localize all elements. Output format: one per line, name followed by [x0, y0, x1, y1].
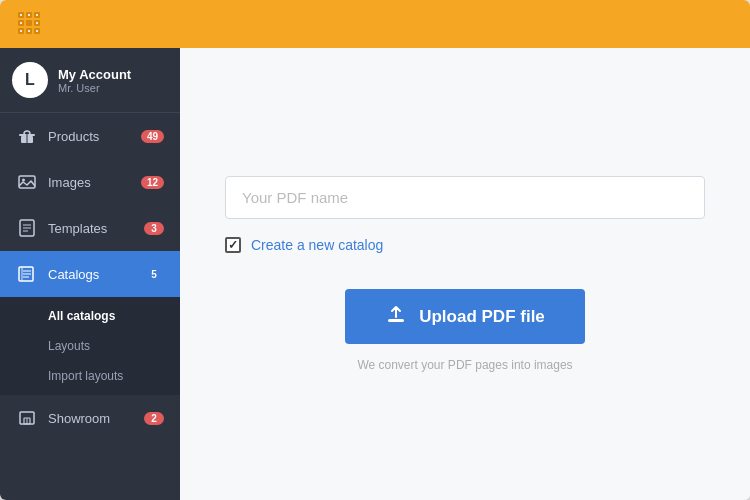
- upload-button-label: Upload PDF file: [419, 307, 545, 327]
- catalogs-submenu: All catalogs Layouts Import layouts: [0, 297, 180, 395]
- catalogs-badge: 5: [144, 268, 164, 281]
- svg-rect-35: [388, 319, 404, 322]
- images-badge: 12: [141, 176, 164, 189]
- submenu-layouts[interactable]: Layouts: [0, 331, 180, 361]
- account-name: My Account: [58, 67, 131, 82]
- checkmark-icon: ✓: [228, 238, 238, 252]
- pdf-name-input[interactable]: [225, 176, 705, 219]
- svg-rect-17: [36, 30, 38, 32]
- submenu-import-layouts[interactable]: Import layouts: [0, 361, 180, 391]
- sidebar-item-images[interactable]: Images 12: [0, 159, 180, 205]
- svg-rect-10: [20, 14, 22, 16]
- products-badge: 49: [141, 130, 164, 143]
- upload-icon: [385, 303, 407, 330]
- content-area: ✓ Create a new catalog Upload PDF file W…: [180, 48, 750, 500]
- svg-rect-12: [36, 14, 38, 16]
- titlebar: [0, 0, 750, 48]
- sidebar-item-templates[interactable]: Templates 3: [0, 205, 180, 251]
- create-catalog-row: ✓ Create a new catalog: [225, 237, 705, 253]
- svg-point-22: [22, 179, 25, 182]
- app-logo: [14, 8, 56, 40]
- upload-pdf-button[interactable]: Upload PDF file: [345, 289, 585, 344]
- products-icon: [16, 125, 38, 147]
- svg-rect-28: [21, 267, 23, 281]
- main-area: L My Account Mr. User Product: [0, 48, 750, 500]
- app-window: L My Account Mr. User Product: [0, 0, 750, 500]
- account-info: My Account Mr. User: [58, 67, 131, 94]
- showroom-icon: [16, 407, 38, 429]
- upload-hint: We convert your PDF pages into images: [357, 358, 572, 372]
- svg-rect-15: [20, 30, 22, 32]
- images-label: Images: [48, 175, 141, 190]
- svg-rect-16: [28, 30, 30, 32]
- svg-rect-5: [26, 20, 32, 26]
- submenu-all-catalogs[interactable]: All catalogs: [0, 301, 180, 331]
- sidebar-item-catalogs[interactable]: Catalogs 5: [0, 251, 180, 297]
- sidebar-item-showroom[interactable]: Showroom 2: [0, 395, 180, 441]
- svg-rect-11: [28, 14, 30, 16]
- catalogs-label: Catalogs: [48, 267, 144, 282]
- showroom-badge: 2: [144, 412, 164, 425]
- account-section[interactable]: L My Account Mr. User: [0, 48, 180, 113]
- products-label: Products: [48, 129, 141, 144]
- sidebar-item-products[interactable]: Products 49: [0, 113, 180, 159]
- catalogs-icon: [16, 263, 38, 285]
- svg-rect-14: [36, 22, 38, 24]
- create-catalog-checkbox[interactable]: ✓: [225, 237, 241, 253]
- showroom-label: Showroom: [48, 411, 144, 426]
- images-icon: [16, 171, 38, 193]
- sidebar: L My Account Mr. User Product: [0, 48, 180, 500]
- templates-icon: [16, 217, 38, 239]
- templates-badge: 3: [144, 222, 164, 235]
- create-catalog-label[interactable]: Create a new catalog: [251, 237, 383, 253]
- templates-label: Templates: [48, 221, 144, 236]
- svg-rect-13: [20, 22, 22, 24]
- avatar: L: [12, 62, 48, 98]
- account-sub: Mr. User: [58, 82, 131, 94]
